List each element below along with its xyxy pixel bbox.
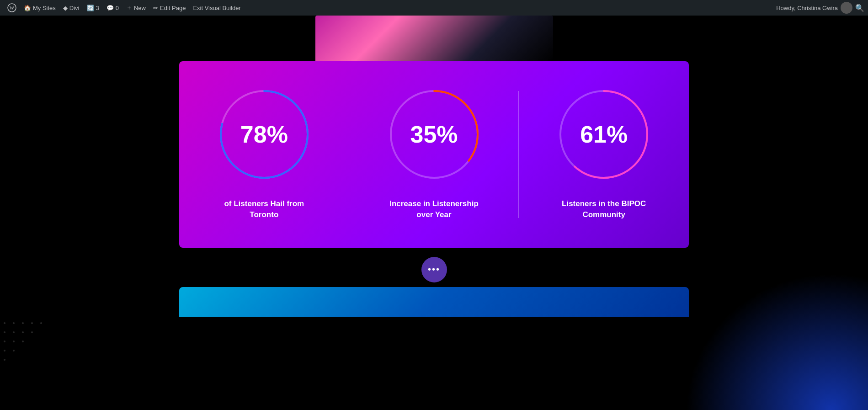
stat-value-toronto: 78% (240, 121, 288, 148)
svg-text:W: W (10, 5, 15, 11)
svg-point-8 (4, 322, 5, 324)
updates-menu[interactable]: 🔄 3 (83, 0, 103, 16)
home-icon: 🏠 (24, 5, 31, 11)
circle-listenership: 35% (384, 84, 485, 185)
stat-item-toronto: 78% of Listeners Hail from Toronto (179, 75, 349, 234)
comments-icon: 💬 (107, 5, 114, 11)
divi-label: Divi (69, 5, 80, 11)
edit-page-button[interactable]: ✏ Edit Page (149, 0, 189, 16)
svg-point-10 (22, 322, 24, 324)
exit-visual-builder-button[interactable]: Exit Visual Builder (189, 0, 245, 16)
hero-image (315, 16, 553, 61)
search-icon[interactable]: 🔍 (855, 4, 864, 12)
bottom-area: ••• (0, 257, 868, 317)
exit-vb-label: Exit Visual Builder (193, 5, 241, 11)
page-content: 78% of Listeners Hail from Toronto 35% I… (0, 16, 868, 410)
svg-point-21 (13, 350, 15, 351)
new-label: New (134, 5, 146, 11)
edit-page-label: Edit Page (160, 5, 186, 11)
svg-point-12 (40, 322, 42, 324)
new-menu[interactable]: ＋ New (122, 0, 149, 16)
svg-point-11 (31, 322, 33, 324)
dots-icon: ••• (428, 264, 440, 275)
edit-icon: ✏ (153, 5, 158, 11)
divi-icon: ◆ (63, 5, 68, 11)
wp-logo-button[interactable]: W (4, 0, 20, 16)
svg-point-9 (13, 322, 15, 324)
next-section-preview (179, 287, 689, 317)
svg-point-13 (4, 331, 5, 333)
avatar[interactable] (841, 2, 852, 14)
stat-label-listenership: Increase in Listenership over Year (384, 198, 485, 220)
comments-menu[interactable]: 💬 0 (103, 0, 122, 16)
updates-icon: 🔄 (87, 5, 94, 11)
svg-point-19 (22, 341, 24, 342)
svg-point-18 (13, 341, 15, 342)
stat-item-bipoc: 61% Listeners in the BIPOC Community (519, 75, 689, 234)
plus-icon: ＋ (126, 4, 132, 12)
my-sites-label: My Sites (33, 5, 56, 11)
stats-section: 78% of Listeners Hail from Toronto 35% I… (179, 61, 689, 248)
stat-label-toronto: of Listeners Hail from Toronto (214, 198, 314, 220)
comments-count: 0 (116, 5, 119, 11)
section-settings-button[interactable]: ••• (421, 257, 447, 282)
circle-toronto: 78% (214, 84, 314, 185)
svg-point-15 (22, 331, 24, 333)
stat-value-listenership: 35% (410, 121, 458, 148)
hero-image-area (0, 16, 868, 61)
circle-bipoc: 61% (554, 84, 654, 185)
stat-label-bipoc: Listeners in the BIPOC Community (554, 198, 654, 220)
decorative-dots (0, 319, 101, 373)
howdy-text: Howdy, Christina Gwira (776, 5, 838, 11)
svg-point-16 (31, 331, 33, 333)
svg-point-14 (13, 331, 15, 333)
updates-count: 3 (96, 5, 99, 11)
svg-point-20 (4, 350, 5, 351)
stat-value-bipoc: 61% (580, 121, 628, 148)
admin-bar: W 🏠 My Sites ◆ Divi 🔄 3 💬 0 ＋ New ✏ Edit… (0, 0, 868, 16)
divi-menu[interactable]: ◆ Divi (59, 0, 83, 16)
svg-point-17 (4, 341, 5, 342)
svg-point-22 (4, 359, 5, 361)
admin-bar-right: Howdy, Christina Gwira 🔍 (776, 2, 864, 14)
stat-item-listenership: 35% Increase in Listenership over Year (349, 75, 519, 234)
my-sites-menu[interactable]: 🏠 My Sites (20, 0, 59, 16)
